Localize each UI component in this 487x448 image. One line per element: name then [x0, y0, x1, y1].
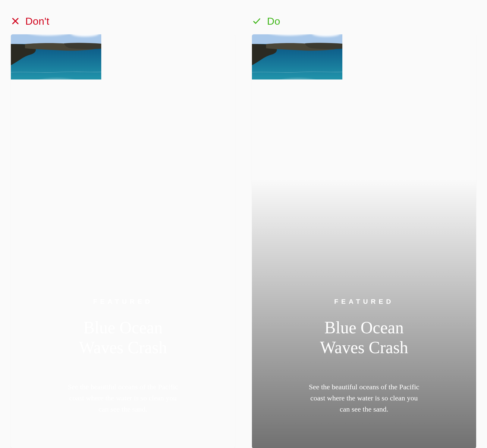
dont-card: FEATURED Blue Ocean Waves Crash See the … — [11, 34, 235, 448]
do-column: Do FEATURED Blue Ocean Waves Crash See t… — [252, 11, 476, 448]
comparison-row: Don't FEATURED Blue Ocean Waves Crash Se… — [11, 11, 476, 448]
card-description: See the beautiful oceans of the Pacific … — [66, 381, 180, 415]
dont-label: Don't — [11, 11, 235, 31]
card-content: FEATURED Blue Ocean Waves Crash See the … — [252, 280, 476, 448]
check-icon — [252, 17, 262, 26]
do-label-text: Do — [267, 15, 280, 27]
card-title: Blue Ocean Waves Crash — [301, 318, 427, 357]
x-icon — [11, 17, 20, 26]
do-label: Do — [252, 11, 476, 31]
card-image — [11, 34, 101, 79]
card-eyebrow: FEATURED — [93, 298, 153, 306]
card-title: Blue Ocean Waves Crash — [60, 318, 186, 357]
card-content: FEATURED Blue Ocean Waves Crash See the … — [11, 280, 235, 448]
card-description: See the beautiful oceans of the Pacific … — [307, 381, 421, 415]
dont-column: Don't FEATURED Blue Ocean Waves Crash Se… — [11, 11, 235, 448]
dont-label-text: Don't — [25, 15, 49, 27]
card-eyebrow: FEATURED — [334, 298, 394, 306]
card-image — [252, 34, 342, 79]
do-card: FEATURED Blue Ocean Waves Crash See the … — [252, 34, 476, 448]
